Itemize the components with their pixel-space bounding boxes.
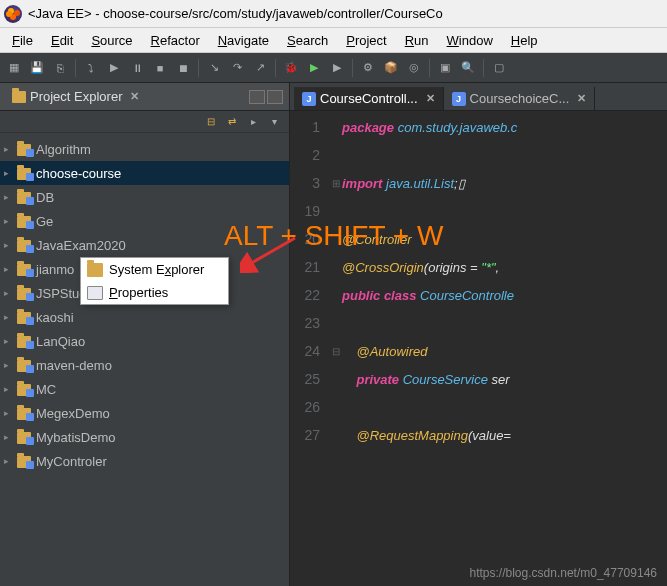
- code-text: import java.util.List;▯: [342, 176, 465, 191]
- menu-refactor[interactable]: Refactor: [143, 30, 208, 51]
- ext-tools-icon[interactable]: ▶: [327, 58, 347, 78]
- expand-icon[interactable]: ▸: [4, 144, 14, 154]
- expand-icon[interactable]: ▸: [4, 168, 14, 178]
- project-icon: [17, 454, 33, 468]
- expand-icon[interactable]: ▸: [4, 408, 14, 418]
- code-editor[interactable]: 1package com.study.javaweb.c23⊞import ja…: [290, 111, 667, 449]
- project-megexdemo[interactable]: ▸MegexDemo: [0, 401, 289, 425]
- code-line[interactable]: 23: [290, 309, 667, 337]
- project-mybatisdemo[interactable]: ▸MybatisDemo: [0, 425, 289, 449]
- debug-pause-icon[interactable]: ⏸: [127, 58, 147, 78]
- expand-icon[interactable]: ▸: [4, 360, 14, 370]
- code-line[interactable]: 21@CrossOrigin(origins = "*",: [290, 253, 667, 281]
- menu-file[interactable]: File: [4, 30, 41, 51]
- line-number: 22: [290, 287, 330, 303]
- menu-window[interactable]: Window: [439, 30, 501, 51]
- tab-label: CourseControll...: [320, 91, 418, 106]
- close-icon[interactable]: ✕: [130, 90, 139, 103]
- maximize-icon[interactable]: [267, 90, 283, 104]
- code-line[interactable]: 25 private CourseService ser: [290, 365, 667, 393]
- explorer-tab[interactable]: Project Explorer ✕: [6, 86, 145, 107]
- editor-tab[interactable]: JCourseControll...✕: [294, 87, 444, 110]
- close-icon[interactable]: ✕: [577, 92, 586, 105]
- project-explorer-panel: Project Explorer ✕ ⊟ ⇄ ▸ ▾ ▸Algorithm▸ch…: [0, 83, 290, 586]
- expand-icon[interactable]: ▸: [4, 288, 14, 298]
- collapse-all-icon[interactable]: ⊟: [202, 113, 220, 131]
- ctx-system-explorer[interactable]: System Explorer: [81, 258, 228, 281]
- open-type-icon[interactable]: ▣: [435, 58, 455, 78]
- expand-icon[interactable]: ▸: [4, 456, 14, 466]
- project-choose-course[interactable]: ▸choose-course: [0, 161, 289, 185]
- fold-icon[interactable]: ⊟: [330, 346, 342, 357]
- save-icon[interactable]: 💾: [27, 58, 47, 78]
- close-icon[interactable]: ✕: [426, 92, 435, 105]
- project-label: jianmo: [36, 262, 74, 277]
- save-all-icon[interactable]: ⎘: [50, 58, 70, 78]
- debug-skip-icon[interactable]: ⤵: [81, 58, 101, 78]
- menu-run[interactable]: Run: [397, 30, 437, 51]
- code-line[interactable]: 27 @RequestMapping(value=: [290, 421, 667, 449]
- debug-resume-icon[interactable]: ▶: [104, 58, 124, 78]
- code-line[interactable]: 2: [290, 141, 667, 169]
- project-icon: [17, 286, 33, 300]
- code-line[interactable]: 22public class CourseControlle: [290, 281, 667, 309]
- step-out-icon[interactable]: ↗: [250, 58, 270, 78]
- menu-project[interactable]: Project: [338, 30, 394, 51]
- menu-edit[interactable]: Edit: [43, 30, 81, 51]
- menu-source[interactable]: Source: [83, 30, 140, 51]
- line-number: 27: [290, 427, 330, 443]
- ctx-properties[interactable]: Properties: [81, 281, 228, 304]
- project-mc[interactable]: ▸MC: [0, 377, 289, 401]
- new-icon[interactable]: ▦: [4, 58, 24, 78]
- project-label: MyControler: [36, 454, 107, 469]
- menu-search[interactable]: Search: [279, 30, 336, 51]
- code-line[interactable]: 3⊞import java.util.List;▯: [290, 169, 667, 197]
- new-server-icon[interactable]: ⚙: [358, 58, 378, 78]
- step-over-icon[interactable]: ↷: [227, 58, 247, 78]
- menu-help[interactable]: Help: [503, 30, 546, 51]
- focus-icon[interactable]: ▸: [244, 113, 262, 131]
- project-icon: [17, 166, 33, 180]
- project-algorithm[interactable]: ▸Algorithm: [0, 137, 289, 161]
- debug-icon[interactable]: 🐞: [281, 58, 301, 78]
- minimize-icon[interactable]: [249, 90, 265, 104]
- code-text: @Autowired: [342, 344, 427, 359]
- terminal-icon[interactable]: ▢: [489, 58, 509, 78]
- step-into-icon[interactable]: ↘: [204, 58, 224, 78]
- folder-icon: [87, 263, 103, 277]
- expand-icon[interactable]: ▸: [4, 384, 14, 394]
- new-type-icon[interactable]: ◎: [404, 58, 424, 78]
- project-lanqiao[interactable]: ▸LanQiao: [0, 329, 289, 353]
- code-text: package com.study.javaweb.c: [342, 120, 517, 135]
- code-line[interactable]: 1package com.study.javaweb.c: [290, 113, 667, 141]
- expand-icon[interactable]: ▸: [4, 264, 14, 274]
- fold-icon[interactable]: ⊞: [330, 178, 342, 189]
- code-line[interactable]: 24⊟ @Autowired: [290, 337, 667, 365]
- project-maven-demo[interactable]: ▸maven-demo: [0, 353, 289, 377]
- project-label: MybatisDemo: [36, 430, 115, 445]
- search-icon[interactable]: 🔍: [458, 58, 478, 78]
- expand-icon[interactable]: ▸: [4, 192, 14, 202]
- editor-tab[interactable]: JCoursechoiceC...✕: [444, 87, 596, 110]
- debug-stop-icon[interactable]: ■: [150, 58, 170, 78]
- new-package-icon[interactable]: 📦: [381, 58, 401, 78]
- view-menu-icon[interactable]: ▾: [265, 113, 283, 131]
- properties-icon: [87, 286, 103, 300]
- expand-icon[interactable]: ▸: [4, 336, 14, 346]
- menu-navigate[interactable]: Navigate: [210, 30, 277, 51]
- run-icon[interactable]: ▶: [304, 58, 324, 78]
- code-line[interactable]: 26: [290, 393, 667, 421]
- expand-icon[interactable]: ▸: [4, 240, 14, 250]
- expand-icon[interactable]: ▸: [4, 312, 14, 322]
- code-text: public class CourseControlle: [342, 288, 514, 303]
- link-editor-icon[interactable]: ⇄: [223, 113, 241, 131]
- expand-icon[interactable]: ▸: [4, 216, 14, 226]
- expand-icon[interactable]: ▸: [4, 432, 14, 442]
- explorer-title: Project Explorer: [30, 89, 122, 104]
- project-icon: [17, 430, 33, 444]
- project-label: DB: [36, 190, 54, 205]
- debug-disconnect-icon[interactable]: ⏹: [173, 58, 193, 78]
- project-db[interactable]: ▸DB: [0, 185, 289, 209]
- project-mycontroler[interactable]: ▸MyControler: [0, 449, 289, 473]
- project-kaoshi[interactable]: ▸kaoshi: [0, 305, 289, 329]
